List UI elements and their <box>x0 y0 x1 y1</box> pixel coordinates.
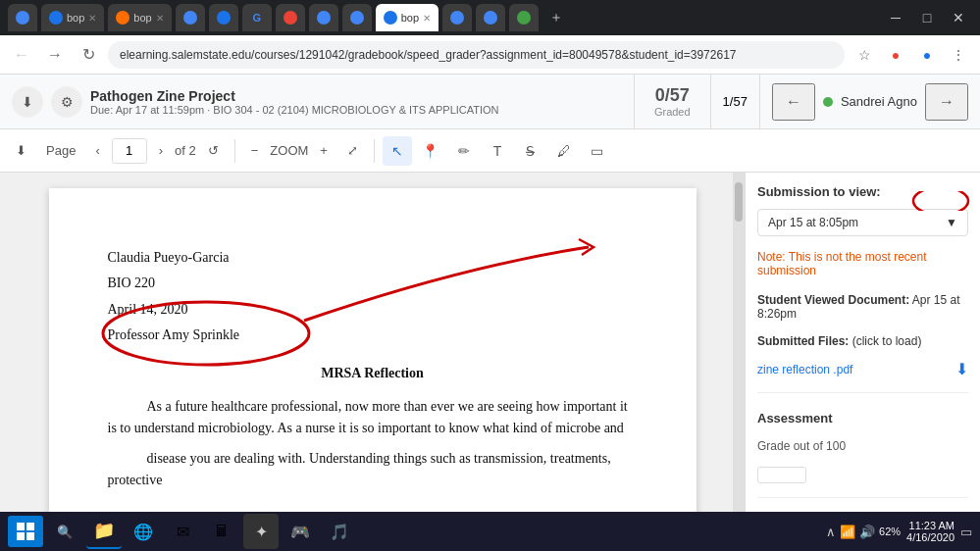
toolbar-separator-2 <box>374 139 375 163</box>
tab-6[interactable]: G <box>242 4 272 31</box>
taskbar-search[interactable]: 🔍 <box>47 514 82 549</box>
file-download-icon[interactable]: ⬇ <box>955 360 968 378</box>
taskbar-browser[interactable]: 🌐 <box>126 514 161 549</box>
tray-volume-icon[interactable]: 🔊 <box>859 525 875 539</box>
app-header: ⬇ ⚙ Pathogen Zine Project Due: Apr 17 at… <box>0 75 980 129</box>
close-window-button[interactable]: ✕ <box>945 4 972 31</box>
zoom-out-button[interactable]: − <box>243 139 267 162</box>
minimize-button[interactable]: ─ <box>882 4 909 31</box>
new-tab-button[interactable]: ＋ <box>542 4 570 31</box>
svg-rect-3 <box>26 523 34 530</box>
zoom-in-button[interactable]: + <box>312 139 335 162</box>
document-scrollbar[interactable] <box>733 173 745 512</box>
tab-favicon-5 <box>217 11 231 25</box>
file-link[interactable]: zine reflection .pdf <box>757 363 852 376</box>
tray-wifi-icon[interactable]: 📶 <box>840 525 855 539</box>
show-desktop-button[interactable]: ▭ <box>960 525 972 539</box>
grade-score: 0/57 <box>655 85 690 106</box>
next-student-button[interactable]: → <box>925 83 968 121</box>
panel-divider-2 <box>757 497 968 498</box>
tab-3[interactable]: bop ✕ <box>108 4 171 31</box>
reset-view-button[interactable]: ↺ <box>200 139 227 162</box>
student-nav-area: 1/57 <box>711 75 759 128</box>
file-row: zine reflection .pdf ⬇ <box>757 360 968 378</box>
pen-tool[interactable]: ✏ <box>449 136 479 166</box>
dropdown-circle-annotation <box>754 191 970 211</box>
highlight-tool[interactable]: 🖊 <box>549 136 579 166</box>
refresh-button[interactable]: ↻ <box>75 41 102 69</box>
tab-5[interactable] <box>209 4 238 31</box>
taskbar-app-5[interactable]: ✦ <box>243 514 279 549</box>
student-name: Sandrei Agno <box>841 94 917 109</box>
clock-date: 4/16/2020 <box>906 531 954 543</box>
system-tray: ∧ 📶 🔊 62% <box>826 525 901 539</box>
prev-student-button[interactable]: ← <box>772 83 815 121</box>
tab-close-10[interactable]: ✕ <box>423 13 431 24</box>
tab-favicon-3 <box>116 11 129 25</box>
tab-favicon-9 <box>350 11 364 25</box>
settings-button[interactable]: ⚙ <box>51 86 82 118</box>
page-input[interactable] <box>112 138 147 164</box>
tab-10-active[interactable]: bop ✕ <box>376 4 438 31</box>
tab-label-10: bop <box>401 12 419 24</box>
prev-page-button[interactable]: ‹ <box>87 139 107 162</box>
tab-8[interactable] <box>309 4 338 31</box>
tab-favicon-11 <box>450 11 464 25</box>
svg-rect-4 <box>17 532 25 540</box>
clock[interactable]: 11:23 AM 4/16/2020 <box>906 520 954 543</box>
zoom-label: ZOOM <box>270 143 308 158</box>
student-viewed-info: Student Viewed Document: Apr 15 at 8:26p… <box>757 293 968 321</box>
annotation-svg <box>49 188 696 512</box>
right-panel: Submission to view: Apr 15 at 8:05pm ▼ N… <box>745 173 980 512</box>
tab-close-2[interactable]: ✕ <box>88 13 96 24</box>
start-button[interactable] <box>8 516 43 547</box>
tab-9[interactable] <box>342 4 372 31</box>
rectangle-tool[interactable]: ▭ <box>583 136 612 166</box>
svg-rect-5 <box>26 532 34 540</box>
pin-tool[interactable]: 📍 <box>416 136 445 166</box>
tab-4[interactable] <box>176 4 205 31</box>
strikethrough-tool[interactable]: S̶ <box>516 136 545 166</box>
tab-favicon-4 <box>183 11 197 25</box>
submitted-files-label: Submitted Files: <box>757 334 849 348</box>
svg-rect-2 <box>17 523 25 530</box>
maximize-button[interactable]: □ <box>913 4 941 31</box>
submission-dropdown[interactable]: Apr 15 at 8:05pm ▼ <box>757 209 968 236</box>
tab-1[interactable] <box>8 4 37 31</box>
download-button[interactable]: ⬇ <box>12 86 43 118</box>
tab-13[interactable] <box>509 4 539 31</box>
taskbar-app-7[interactable]: 🎵 <box>322 514 357 549</box>
taskbar-calculator[interactable]: 🖩 <box>204 514 239 549</box>
back-button[interactable]: ← <box>8 41 35 69</box>
next-page-button[interactable]: › <box>151 139 171 162</box>
toolbar-separator-1 <box>234 139 235 163</box>
address-bar[interactable] <box>108 41 845 69</box>
forward-button[interactable]: → <box>41 41 69 69</box>
tab-12[interactable] <box>476 4 505 31</box>
tray-up-arrow[interactable]: ∧ <box>826 525 836 539</box>
taskbar-app-6[interactable]: 🎮 <box>283 514 318 549</box>
document-viewer[interactable]: Claudia Pueyo-Garcia BIO 220 April 14, 2… <box>0 173 745 512</box>
tab-11[interactable] <box>442 4 472 31</box>
student-viewed-label: Student Viewed Document: <box>757 293 909 307</box>
extension-icon-2[interactable]: ● <box>913 41 941 69</box>
document-toolbar: ⬇ Page ‹ › of 2 ↺ − ZOOM + ⤢ ↖ 📍 ✏ T S̶ … <box>0 129 980 173</box>
taskbar-file-explorer[interactable]: 📁 <box>86 514 122 549</box>
tab-label-2: bop <box>67 12 84 24</box>
tab-close-3[interactable]: ✕ <box>156 13 164 24</box>
student-count: 1/57 <box>723 94 748 109</box>
text-tool[interactable]: T <box>483 136 512 166</box>
grade-input[interactable] <box>757 467 806 483</box>
panel-divider-1 <box>757 392 968 393</box>
taskbar-mail[interactable]: ✉ <box>165 514 200 549</box>
grade-out-of-label: Grade out of 100 <box>757 439 968 453</box>
tab-7[interactable] <box>276 4 305 31</box>
extension-icon-1[interactable]: ● <box>882 41 909 69</box>
bookmark-icon[interactable]: ☆ <box>851 41 878 69</box>
settings-icon[interactable]: ⋮ <box>945 41 972 69</box>
tab-2[interactable]: bop ✕ <box>41 4 104 31</box>
fullscreen-button[interactable]: ⤢ <box>339 139 366 162</box>
page-download-button[interactable]: ⬇ <box>8 139 34 162</box>
assignment-title: Pathogen Zine Project <box>90 88 499 104</box>
cursor-tool[interactable]: ↖ <box>383 136 412 166</box>
